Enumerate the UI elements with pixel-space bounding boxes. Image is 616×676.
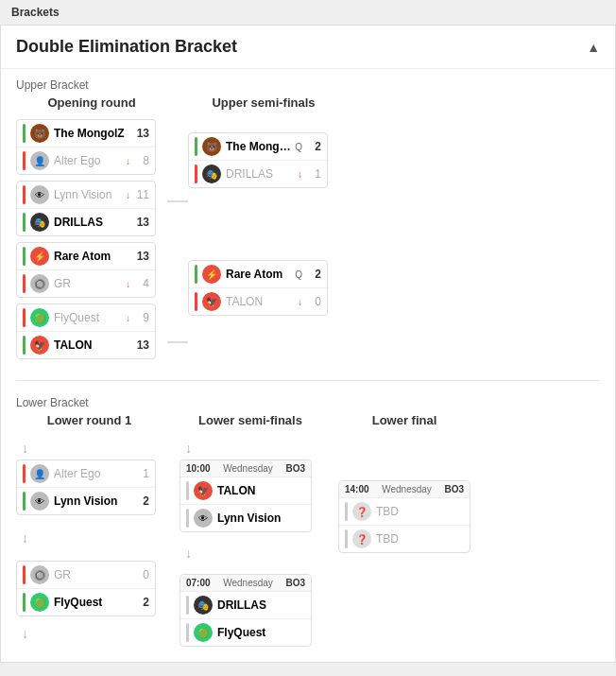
arrow-down-icon: ↓ <box>16 626 163 641</box>
table-row: 🐻 The MongolZ Q 2 <box>189 133 327 161</box>
team-name: FlyQuest <box>54 311 126 324</box>
neutral-bar <box>186 596 189 615</box>
team-name: The MongolZ <box>54 127 132 140</box>
team-name: Alter Ego <box>54 467 132 480</box>
flyquest-icon: 🟢 <box>30 593 49 612</box>
loser-bar <box>23 274 26 293</box>
winner-bar <box>195 137 197 156</box>
neutral-bar <box>186 481 189 500</box>
loser-bar <box>23 308 26 327</box>
neutral-bar <box>186 623 189 642</box>
team-name: Lynn Vision <box>54 188 126 201</box>
upper-bracket-label: Upper Bracket <box>1 69 615 95</box>
lower-bracket-label: Lower Bracket <box>1 387 615 413</box>
team-name: FlyQuest <box>54 596 132 609</box>
loser-bar <box>195 292 197 311</box>
match-format: BO3 <box>285 463 305 474</box>
lynnvision-icon: 👁 <box>30 492 49 511</box>
winner-bar <box>23 492 26 511</box>
table-row: 👁 Lynn Vision 2 <box>17 488 155 514</box>
table-row: 🎭 DRILLAS <box>180 592 311 619</box>
upper-match-2: 👁 Lynn Vision ↓ 11 🎭 DRILLAS 13 <box>16 181 156 236</box>
table-row: 🦅 TALON 13 <box>17 332 155 358</box>
rare-icon: ⚡ <box>30 247 49 266</box>
loser-bar <box>23 464 26 483</box>
lower-final-header: Lower final <box>338 413 471 427</box>
neutral-bar <box>186 509 189 528</box>
lower-semis-col: Lower semi-finals ↓ 10:00 Wednesday BO3 … <box>180 413 321 652</box>
team-score: 4 <box>132 277 149 290</box>
match-info-bar: 10:00 Wednesday BO3 <box>180 460 311 477</box>
upper-match-1: 🐻 The MongolZ 13 👤 Alter Ego ↓ 8 <box>16 119 156 175</box>
bracket-title: Double Elimination Bracket <box>16 37 237 57</box>
alterego-icon: 👤 <box>30 464 49 483</box>
team-score: 8 <box>132 154 149 167</box>
team-name: TBD <box>376 505 464 518</box>
bracket-title-bar: Double Elimination Bracket ▲ <box>1 26 615 69</box>
team-score: 0 <box>304 295 321 308</box>
connector-lower-1 <box>163 413 180 449</box>
match-format: BO3 <box>444 484 464 494</box>
team-score: 9 <box>132 311 149 324</box>
team-score: 0 <box>132 568 149 581</box>
team-name: TBD <box>376 532 464 546</box>
upper-rounds-row: Opening round 🐻 The MongolZ 13 👤 Alter E… <box>1 95 615 374</box>
neutral-bar <box>345 529 348 548</box>
match-time: 07:00 <box>186 578 211 588</box>
winner-bar <box>195 265 197 284</box>
arrow-icon: ↓ <box>126 190 130 200</box>
table-row: 🎭 DRILLAS 13 <box>17 209 155 235</box>
team-name: Alter Ego <box>54 154 126 167</box>
table-row: ⚡ Rare Atom Q 2 <box>189 261 327 288</box>
lynnvision-icon: 👁 <box>194 509 213 528</box>
arrow-icon: ↓ <box>298 169 302 180</box>
opening-round-header: Opening round <box>16 95 167 110</box>
team-name: DRILLAS <box>217 598 305 612</box>
mongol-icon: 🐻 <box>202 137 221 156</box>
team-score: 13 <box>132 338 149 352</box>
flyquest-icon: 🟢 <box>30 308 49 327</box>
lower-semi-match-1: 10:00 Wednesday BO3 🦅 TALON 👁 Lynn Visio… <box>180 459 312 532</box>
upper-semis-header: Upper semi-finals <box>188 95 339 110</box>
lower-final-col: Lower final 14:00 Wednesday BO3 ❓ TBD <box>338 413 471 559</box>
upper-semis-col: Upper semi-finals 🐻 The MongolZ Q 2 🎭 DR… <box>188 95 339 365</box>
tbd-icon: ❓ <box>352 529 371 548</box>
team-score: 1 <box>132 467 149 480</box>
table-row: 🦅 TALON <box>180 477 311 505</box>
team-score: 1 <box>304 167 321 181</box>
table-row: 👁 Lynn Vision ↓ 11 <box>17 182 155 209</box>
table-row: ❓ TBD <box>339 498 470 526</box>
table-row: 🟢 FlyQuest ↓ 9 <box>17 304 155 332</box>
match-day: Wednesday <box>223 578 273 588</box>
flyquest-icon: 🟢 <box>194 623 213 642</box>
arrow-icon: ↓ <box>126 279 130 289</box>
table-row: 🐻 The MongolZ 13 <box>17 120 155 147</box>
winner-bar <box>23 124 26 143</box>
team-name: TALON <box>217 484 305 497</box>
bracket-container: Double Elimination Bracket ▲ Upper Brack… <box>0 25 616 663</box>
team-name: The MongolZ <box>226 140 295 153</box>
connector-lower-2 <box>321 413 338 449</box>
team-name: TALON <box>226 295 298 308</box>
collapse-icon[interactable]: ▲ <box>587 40 600 55</box>
lower-match-2: 🔘 GR 0 🟢 FlyQuest 2 <box>16 561 156 616</box>
winner-bar <box>23 336 26 355</box>
table-row: 🟢 FlyQuest 2 <box>17 589 155 615</box>
arrow-icon: ↓ <box>126 313 130 323</box>
page-wrapper: Brackets Double Elimination Bracket ▲ Up… <box>0 0 616 663</box>
drillas-icon: 🎭 <box>30 213 49 232</box>
match-info-bar: 07:00 Wednesday BO3 <box>180 575 311 592</box>
match-day: Wednesday <box>382 484 432 494</box>
opening-round-col: Opening round 🐻 The MongolZ 13 👤 Alter E… <box>16 95 167 365</box>
upper-semi-match-1: 🐻 The MongolZ Q 2 🎭 DRILLAS ↓ 1 <box>188 132 328 188</box>
table-row: 🔘 GR 0 <box>17 562 155 589</box>
match-day: Wednesday <box>223 463 273 474</box>
talon-icon: 🦅 <box>30 336 49 355</box>
lower-round1-header: Lower round 1 <box>16 413 163 427</box>
table-row: ❓ TBD <box>339 526 470 552</box>
arrow-icon: ↓ <box>298 297 302 307</box>
table-row: 👁 Lynn Vision <box>180 505 311 531</box>
team-score: 2 <box>304 268 321 281</box>
team-score: 11 <box>132 188 149 201</box>
lower-rounds-row: Lower round 1 ↓ 👤 Alter Ego 1 👁 Lynn Vis… <box>1 413 615 662</box>
